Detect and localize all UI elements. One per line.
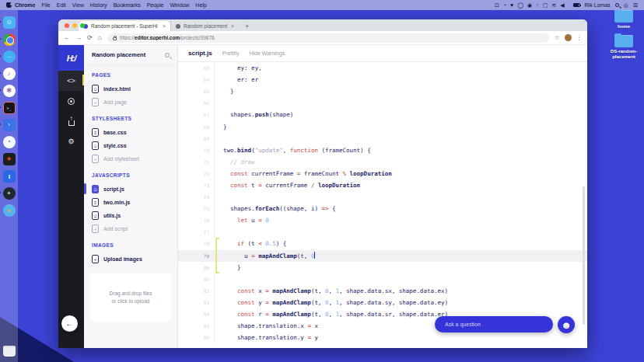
editor-scrollbar[interactable] [583,186,585,325]
dock-vscode-icon[interactable]: › [2,118,16,131]
prettify-button[interactable]: Prettify [222,50,240,56]
spotlight-search-icon[interactable] [615,3,619,7]
secure-lock-icon[interactable] [113,37,117,40]
dock-messages-icon[interactable]: ⋯ [2,50,16,63]
help-smiley-button[interactable]: ☻ [558,316,575,333]
menu-history[interactable]: History [90,2,107,8]
menu-view[interactable]: View [72,2,84,8]
settings-button[interactable]: ⚙ [58,131,84,151]
desktop-folder-ds-random-placement[interactable]: DS-random-placement [605,35,642,60]
browser-menu-icon[interactable]: ⋮ [576,35,582,41]
file-item-index-html[interactable]: ☺index.html [92,82,170,96]
battery-icon[interactable] [573,3,580,7]
screen-mirroring-icon[interactable]: ⊡ [495,2,499,8]
dock-figma-icon[interactable]: ❖ [2,152,16,165]
code-line[interactable]: 86 shape.translation.y = y [178,332,587,343]
code-line[interactable]: 63 ey: ey, [178,62,587,74]
code-line[interactable]: 83 const y = mapAndClamp(t, 0, 1, shape.… [178,297,587,308]
dock-chrome-icon[interactable] [2,33,16,46]
file-item-two-min-js[interactable]: ≡two.min.js [92,196,170,209]
code-line[interactable]: 80 } [178,262,587,273]
code-line[interactable]: 72 const currentFrame = frameCount % loo… [178,168,587,179]
dock-finder-icon[interactable]: ☺ [2,16,16,29]
dock-bird-icon[interactable] [2,204,16,217]
apple-menu-icon[interactable] [6,2,12,8]
open-file-tab[interactable]: script.js [188,50,212,57]
dock-clock-icon[interactable]: ◔ [2,135,16,148]
code-line[interactable]: 67 shapes.push(shape) [178,109,587,120]
zoom-window-button[interactable] [80,23,85,28]
dock-music-icon[interactable]: ♪ [2,67,16,80]
profile-avatar[interactable] [565,34,572,41]
code-line[interactable]: 77 [178,226,587,238]
tab-random-placement[interactable]: Random placement × [170,21,239,31]
code-line[interactable]: 76 let u = 0 [178,214,587,226]
ask-a-question-button[interactable]: Ask a question [435,316,553,332]
dock-trash-icon[interactable] [2,344,16,357]
menu-bookmarks[interactable]: Bookmarks [114,2,141,8]
hide-warnings-button[interactable]: Hide Warnings [249,50,285,56]
code-line[interactable]: 65 } [178,85,587,97]
minimize-window-button[interactable] [72,23,77,28]
health-icon[interactable]: ♥ [510,2,513,8]
desktop-folder-home[interactable]: home [605,10,642,30]
file-item-add-page[interactable]: +Add page [92,96,170,109]
dock-intercom-icon[interactable]: ||| [2,169,16,183]
search-icon[interactable] [165,53,170,57]
menu-window[interactable]: Window [170,2,189,8]
code-line[interactable]: 81 [178,273,587,285]
code-pane[interactable]: script.js Prettify Hide Warnings 63 ey: … [178,45,587,348]
wifi-icon[interactable]: ≋ [551,2,556,8]
menubar-username[interactable]: Rik Lomas [585,2,611,8]
file-item-upload-images[interactable]: +Upload images [92,252,170,266]
menu-file[interactable]: File [41,2,50,8]
file-item-base-css[interactable]: ≡base.css [92,126,170,139]
menu-app-name[interactable]: Chrome [15,2,35,8]
dock-slack-icon[interactable]: ✻ [2,84,16,97]
home-icon[interactable]: ⌂ [98,35,102,41]
back-icon[interactable]: ← [64,35,70,41]
upload-dropzone[interactable]: Drag and drop files or click to upload [90,273,171,322]
display-icon[interactable]: ▢ [543,2,548,8]
superhi-logo[interactable]: H:/ [58,45,84,71]
code-line[interactable]: 82 const x = mapAndClamp(t, 0, 1, shape.… [178,285,587,297]
code-line[interactable]: 68} [178,120,587,132]
code-line[interactable]: 71 // draw [178,156,587,168]
volume-icon[interactable]: ◀ [560,2,564,8]
tab-close-icon[interactable]: × [231,23,234,29]
share-button[interactable] [58,111,84,131]
code-line[interactable]: 69 [178,133,587,144]
forward-icon[interactable]: → [75,35,82,41]
close-window-button[interactable] [65,23,69,28]
updates-icon[interactable]: ↑ [536,2,539,8]
file-item-script-js[interactable]: ☺script.js [92,183,170,196]
record-icon[interactable]: ◉ [527,2,532,8]
new-tab-button[interactable]: + [239,23,255,31]
menu-help[interactable]: Help [195,2,206,8]
notification-center-icon[interactable]: ☰ [633,2,638,8]
circle-icon[interactable]: ◯ [517,2,523,8]
file-item-style-css[interactable]: ☺style.css [92,139,170,152]
dock-terminal-icon[interactable]: >_ [2,101,16,114]
reload-icon[interactable]: ⟳ [87,35,93,41]
menu-people[interactable]: People [147,2,164,8]
dock-swirl-icon[interactable]: ✦ [2,186,16,200]
code-line[interactable]: 74 [178,191,587,203]
code-line[interactable]: 66 [178,97,587,109]
file-item-utils-js[interactable]: ☺utils.js [92,209,170,222]
menu-edit[interactable]: Edit [57,2,66,8]
code-view-button[interactable]: <> [58,71,84,91]
code-line[interactable]: 75 shapes.forEach((shape, i) => { [178,203,587,214]
code-line[interactable]: 73 const t = currentFrame / loopDuration [178,179,587,191]
code-line[interactable]: 79 u = mapAndClamp(t, 0 [178,250,587,262]
back-fab-button[interactable]: ← [61,315,78,332]
address-bar[interactable]: https://editor.superhi.com/projects/3987… [107,33,549,43]
file-item-add-script[interactable]: +Add script [92,222,170,235]
time-machine-icon[interactable]: ◔ [503,2,506,8]
file-item-add-stylesheet[interactable]: +Add stylesheet [92,152,170,165]
tab-random-placement-superhi[interactable]: Random placement - SuperHi × [79,21,170,31]
bookmark-star-icon[interactable]: ☆ [555,34,560,41]
tab-close-icon[interactable]: × [163,23,166,29]
code-line[interactable]: 70two.bind("update", function (frameCoun… [178,144,587,156]
siri-icon[interactable]: ◎ [624,2,628,8]
